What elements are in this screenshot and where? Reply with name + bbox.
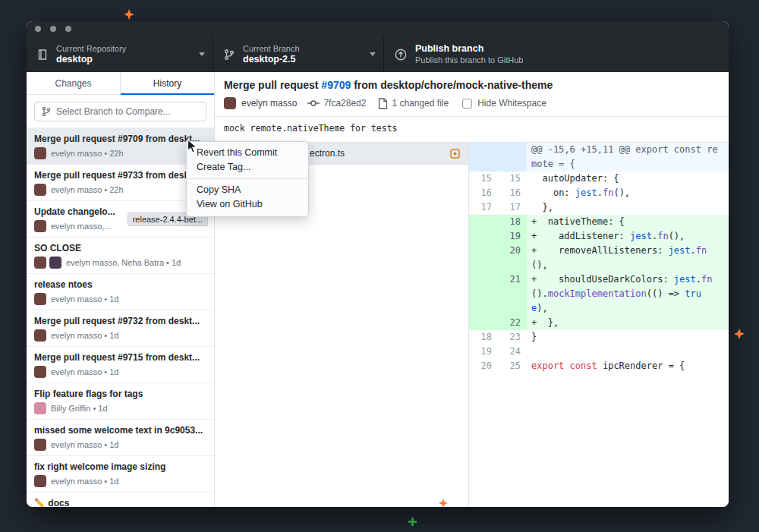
main-panel: Merge pull request #9709 from desktop/ch…: [215, 72, 729, 507]
new-line-number: 15: [498, 172, 527, 186]
changed-files-count: 1 changed file: [392, 98, 449, 109]
avatar: [34, 475, 46, 487]
commit-title: release ntoes: [34, 279, 206, 290]
commit-meta-line: evelyn masso 7fca28ed2 1 changed file Hi…: [224, 97, 720, 109]
branch-icon: [41, 106, 52, 117]
diff-row: 1616 on: jest.fn(),: [469, 186, 729, 200]
publish-icon: [394, 48, 408, 61]
file-name: ectron.ts: [310, 148, 345, 159]
commit-list-item[interactable]: SO CLOSEevelyn masso, Neha Batra • 1d: [27, 238, 214, 274]
compare-branch-input[interactable]: [56, 106, 200, 117]
new-line-number: 25: [498, 359, 527, 373]
old-line-number: [469, 229, 498, 244]
commit-title: Merge pull request #9733 from deskt: [34, 170, 206, 181]
compare-branch-box[interactable]: [34, 102, 206, 121]
window-minimize-button[interactable]: [50, 26, 56, 32]
old-line-number: 18: [469, 330, 498, 345]
app-body: Changes History Merge pull request #9709…: [27, 72, 729, 507]
context-menu-item[interactable]: View on GitHub: [187, 197, 308, 212]
commit-meta: evelyn masso • 1d: [34, 329, 206, 342]
diff-code-line: },: [527, 200, 729, 215]
new-line-number: 16: [498, 186, 527, 200]
avatar: [49, 257, 61, 269]
diff-code-line: + },: [527, 316, 729, 330]
new-line-number: 22: [498, 316, 527, 330]
commit-title: SO CLOSE: [34, 243, 206, 253]
avatar: [34, 257, 46, 269]
branch-picker[interactable]: Current Branch desktop-2.5: [213, 36, 383, 72]
new-line-number: 19: [498, 229, 527, 244]
commit-list-item[interactable]: fix right welcome image sizingevelyn mas…: [27, 456, 214, 493]
branch-icon: [223, 49, 235, 61]
diff-code-line: export const ipcRenderer = {: [527, 359, 729, 373]
commit-meta: evelyn masso • 1d: [34, 293, 206, 305]
commit-meta-text: evelyn masso • 22h: [51, 185, 124, 194]
commit-description: mock remote.nativeTheme for tests: [215, 117, 729, 143]
commit-meta-text: evelyn masso • 1d: [51, 477, 118, 486]
new-line-number: [498, 143, 527, 172]
modified-status-icon: [450, 149, 460, 159]
old-line-number: [469, 272, 498, 316]
file-icon: [378, 98, 388, 109]
author-avatar: [224, 97, 236, 109]
commit-meta: evelyn masso, Neha Batra • 1d: [34, 257, 206, 269]
commit-meta: evelyn masso • 1d: [34, 475, 206, 487]
commit-meta: evelyn masso • 1d: [34, 366, 206, 378]
sparkle-icon: [734, 329, 745, 342]
context-menu-item[interactable]: Create Tag...: [187, 160, 308, 175]
old-line-number: 19: [469, 345, 498, 359]
old-line-number: [469, 244, 498, 272]
commit-meta: evelyn masso • 22h: [34, 147, 206, 159]
commit-meta-text: evelyn masso, Neha Batra • 1d: [66, 258, 181, 267]
repository-picker[interactable]: Current Repository desktop: [27, 36, 213, 72]
commit-sha: 7fca28ed2: [323, 98, 366, 109]
commit-list-item[interactable]: missed some welcome text in 9c9053...eve…: [27, 420, 214, 456]
commit-list-item[interactable]: ✏️ docs: [27, 493, 214, 507]
plus-icon: [408, 515, 417, 529]
old-line-number: 20: [469, 359, 498, 373]
commit-list-item[interactable]: Flip feature flags for tagsBilly Griffin…: [27, 383, 214, 420]
sparkle-icon: [439, 497, 448, 511]
commit-meta-text: evelyn masso • 1d: [51, 440, 118, 449]
hide-whitespace-checkbox[interactable]: [462, 99, 472, 109]
publish-branch-button[interactable]: Publish branch Publish this branch to Gi…: [383, 36, 548, 72]
context-menu: Revert this CommitCreate Tag...Copy SHAV…: [186, 141, 309, 217]
window-zoom-button[interactable]: [65, 26, 71, 32]
hide-whitespace-label: Hide Whitespace: [477, 98, 546, 109]
pull-request-link[interactable]: #9709: [321, 79, 351, 91]
commit-title: Flip feature flags for tags: [34, 389, 206, 399]
repository-picker-text: Current Repository desktop: [56, 43, 193, 65]
context-menu-item[interactable]: Copy SHA: [187, 183, 308, 197]
tab-history[interactable]: History: [120, 72, 214, 94]
commit-title: Merge pull request #9715 from deskt...: [34, 352, 206, 363]
tab-changes[interactable]: Changes: [27, 72, 120, 94]
titlebar: [27, 21, 729, 36]
diff-code-line: @@ -15,6 +15,11 @@ export const remote =…: [527, 143, 729, 172]
branch-picker-label: Current Branch: [243, 43, 364, 54]
commit-meta-text: evelyn masso,...: [51, 222, 111, 231]
commit-title: fix right welcome image sizing: [34, 461, 206, 472]
context-menu-item[interactable]: Revert this Commit: [187, 146, 308, 160]
toolbar: Current Repository desktop Current Branc…: [27, 36, 729, 72]
commit-list-item[interactable]: Merge pull request #9715 from deskt...ev…: [27, 347, 214, 383]
commit-title-suffix: from desktop/chore/mock-native-theme: [351, 79, 553, 91]
commit-meta-text: evelyn masso • 1d: [51, 367, 118, 376]
old-line-number: 17: [469, 200, 498, 215]
diff-row: 21+ shouldUseDarkColors: jest.fn().mockI…: [469, 272, 729, 316]
commit-icon: [307, 97, 320, 109]
chevron-down-icon: [199, 52, 205, 56]
diff-row: 18+ nativeTheme: {: [469, 215, 729, 229]
window-close-button[interactable]: [35, 26, 41, 32]
commit-title-line: Merge pull request #9709 from desktop/ch…: [224, 79, 720, 91]
commit-list-item[interactable]: Merge pull request #9732 from deskt...ev…: [27, 310, 214, 347]
repository-picker-value: desktop: [56, 54, 193, 65]
diff-row: 1717 },: [469, 200, 729, 215]
diff-row: 1823}: [469, 330, 729, 345]
commit-list-item[interactable]: release ntoesevelyn masso • 1d: [27, 274, 214, 310]
diff-row: 1515 autoUpdater: {: [469, 172, 729, 186]
commit-title-prefix: Merge pull request: [224, 79, 321, 91]
avatar: [34, 184, 46, 196]
new-line-number: 20: [498, 244, 527, 272]
diff-code-line: + addListener: jest.fn(),: [527, 229, 729, 244]
diff-row: 19+ addListener: jest.fn(),: [469, 229, 729, 244]
